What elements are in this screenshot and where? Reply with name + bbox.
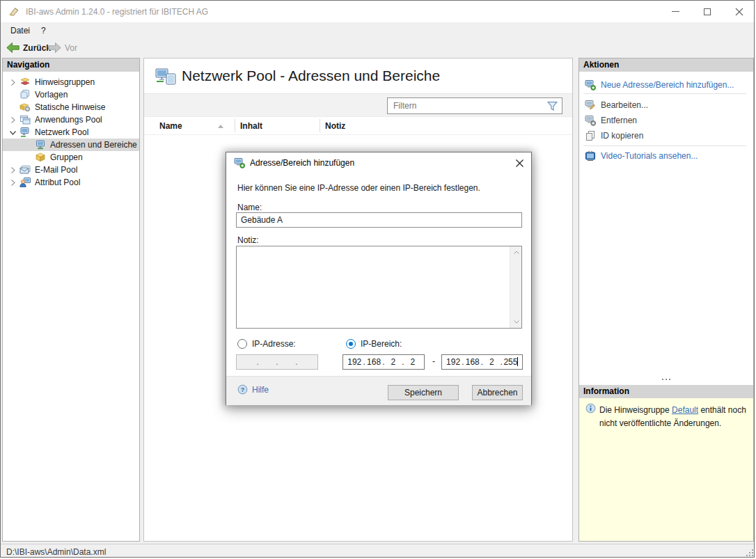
- actions-panel-header: Aktionen: [579, 58, 753, 72]
- chevron-right-icon[interactable]: [6, 167, 19, 173]
- octet-dot: .: [257, 357, 259, 367]
- save-button-label: Speichern: [404, 388, 442, 397]
- statische-hinweise-icon: [19, 102, 31, 113]
- sidebar-item-adressen-und-bereiche[interactable]: Adressen und Bereiche: [3, 139, 139, 151]
- app-window: IBI-aws Admin 1.24.0 - registriert für I…: [0, 0, 755, 558]
- default-group-link[interactable]: Default: [672, 405, 698, 415]
- toolbar: Zurück Vor: [1, 39, 755, 56]
- save-button[interactable]: Speichern: [388, 385, 459, 400]
- ip-range-radio[interactable]: [346, 339, 356, 349]
- title-bar: IBI-aws Admin 1.24.0 - registriert für I…: [1, 1, 755, 22]
- sidebar-item-label: Netzwerk Pool: [35, 127, 88, 137]
- window-title: IBI-aws Admin 1.24.0 - registriert für I…: [26, 7, 208, 17]
- forward-button[interactable]: Vor: [48, 41, 77, 54]
- note-label: Notiz:: [237, 235, 259, 245]
- column-separator[interactable]: [320, 119, 320, 132]
- ip-address-radio-label[interactable]: IP-Adresse:: [252, 339, 296, 349]
- app-icon: [8, 6, 20, 17]
- octet: 2: [385, 357, 402, 367]
- status-bar: D:\IBI-aws\Admin\Data.xml: [1, 544, 755, 558]
- navigation-panel: Navigation Hinweisgruppen Vorlage: [2, 58, 140, 542]
- sidebar-item-label: Vorlagen: [35, 90, 68, 100]
- action-label: Neue Adresse/Bereich hinzufügen...: [601, 80, 734, 90]
- sidebar-item-label: Adressen und Bereiche: [50, 140, 137, 150]
- dialog-close-button[interactable]: [507, 152, 531, 173]
- ip-range-radio-label[interactable]: IP-Bereich:: [361, 339, 402, 349]
- sidebar-item-statische-hinweise[interactable]: Statische Hinweise: [3, 101, 139, 113]
- page-title: Netzwerk Pool - Adressen und Bereiche: [182, 68, 440, 84]
- sidebar-item-netzwerk-pool[interactable]: Netzwerk Pool: [3, 126, 139, 139]
- panel-splitter-grip[interactable]: [579, 374, 753, 385]
- filter-input-box[interactable]: [387, 97, 562, 114]
- info-text-before: Die Hinweisgruppe: [599, 405, 672, 415]
- sort-ascending-icon: [218, 125, 223, 128]
- video-tutorials-icon: [585, 150, 596, 162]
- octet: 2: [404, 357, 422, 367]
- action-edit[interactable]: Bearbeiten...: [585, 99, 648, 111]
- chevron-up-icon: [514, 251, 519, 254]
- column-header-notiz[interactable]: Notiz: [325, 121, 345, 131]
- filter-funnel-icon[interactable]: [546, 100, 558, 112]
- menu-datei[interactable]: Datei: [7, 25, 33, 37]
- chevron-right-icon[interactable]: [6, 79, 19, 86]
- hinweisgruppen-icon: [19, 77, 31, 88]
- chevron-right-icon[interactable]: [6, 180, 19, 186]
- name-field-box: [236, 212, 522, 228]
- scroll-up-button[interactable]: [510, 246, 522, 258]
- remove-icon: [585, 115, 596, 126]
- information-panel-header: Information: [579, 385, 753, 398]
- column-header-inhalt[interactable]: Inhalt: [240, 121, 262, 131]
- name-label: Name:: [237, 203, 262, 212]
- actions-panel: Aktionen Neue Adresse/Bereich hinzufügen…: [578, 58, 754, 542]
- help-link[interactable]: ? Hilfe: [237, 384, 269, 395]
- action-label: Bearbeiten...: [601, 100, 648, 110]
- filter-input[interactable]: [388, 101, 546, 111]
- svg-text:?: ?: [241, 386, 244, 393]
- table-header: Name Inhalt Notiz: [144, 117, 572, 135]
- cancel-button[interactable]: Abbrechen: [472, 385, 523, 400]
- ip-address-radio[interactable]: [237, 339, 247, 349]
- action-add-address[interactable]: Neue Adresse/Bereich hinzufügen...: [585, 79, 734, 91]
- maximize-button[interactable]: [691, 1, 723, 22]
- sidebar-item-hinweisgruppen[interactable]: Hinweisgruppen: [3, 76, 139, 88]
- menu-help[interactable]: ?: [38, 25, 49, 37]
- close-button[interactable]: [723, 1, 755, 22]
- cancel-button-label: Abbrechen: [477, 388, 517, 397]
- sidebar-item-label: Hinweisgruppen: [35, 77, 95, 87]
- filter-bar: [144, 93, 572, 117]
- separator: [583, 93, 746, 94]
- name-field[interactable]: [237, 213, 521, 227]
- octet-dot: .: [295, 357, 297, 367]
- ip-range-from-field[interactable]: 192. 168. 2. 2: [342, 354, 425, 370]
- navigation-panel-header: Navigation: [3, 58, 139, 72]
- scroll-down-button[interactable]: [510, 316, 522, 328]
- chevron-down-icon[interactable]: [6, 129, 19, 136]
- sidebar-item-label: Attribut Pool: [35, 178, 80, 187]
- sidebar-item-attribut-pool[interactable]: Attribut Pool: [3, 176, 139, 189]
- help-icon: ?: [237, 384, 248, 395]
- chevron-right-icon[interactable]: [6, 117, 19, 123]
- resize-grip[interactable]: [745, 548, 753, 556]
- sidebar-item-email-pool[interactable]: E-Mail Pool: [3, 164, 139, 176]
- octet: 255: [503, 357, 519, 367]
- text-caret: [517, 357, 518, 366]
- gruppen-icon: [35, 152, 46, 163]
- back-button[interactable]: Zurück: [6, 41, 51, 54]
- information-panel: Die Hinweisgruppe Default enthält noch n…: [579, 398, 753, 541]
- sidebar-item-vorlagen[interactable]: Vorlagen: [3, 88, 139, 101]
- column-header-name[interactable]: Name: [159, 121, 182, 131]
- minimize-icon: [672, 11, 679, 12]
- sidebar-item-anwendungs-pool[interactable]: Anwendungs Pool: [3, 113, 139, 126]
- minimize-button[interactable]: [659, 1, 691, 22]
- action-video-tutorials[interactable]: Video-Tutorials ansehen...: [585, 150, 698, 162]
- ip-range-to-field[interactable]: 192. 168. 2. 255: [441, 354, 523, 370]
- action-copy-id[interactable]: ID kopieren: [585, 129, 643, 142]
- note-textarea[interactable]: [236, 246, 522, 329]
- back-arrow-icon: [6, 42, 19, 53]
- note-scrollbar[interactable]: [510, 246, 521, 328]
- action-remove[interactable]: Entfernen: [585, 114, 637, 127]
- sidebar-item-gruppen[interactable]: Gruppen: [3, 151, 139, 164]
- column-separator[interactable]: [235, 119, 235, 132]
- octet: 192: [445, 357, 462, 367]
- anwendungs-pool-icon: [19, 114, 31, 125]
